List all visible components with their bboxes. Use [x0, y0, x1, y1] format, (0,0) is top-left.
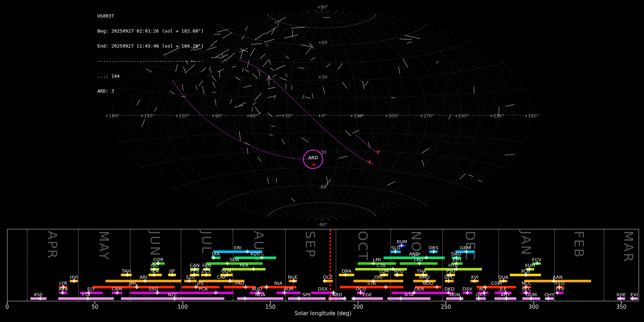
map-lon-label: +270° — [420, 113, 434, 118]
shower-label: QUA — [498, 275, 508, 280]
axis-tick-label: 100 — [177, 304, 188, 310]
peak-marker — [435, 285, 439, 289]
axis-tick-label: 0 — [5, 304, 9, 310]
shower-bar-oer — [392, 292, 447, 294]
shower-label: KCG — [250, 252, 260, 257]
shower-label: OCT — [323, 275, 333, 280]
shower-label: ARD — [332, 292, 342, 297]
map-lon-label: +0° — [318, 113, 327, 118]
shower-label: LEO — [414, 257, 423, 262]
peak-marker — [399, 297, 403, 301]
month-label: JUL — [199, 231, 214, 254]
map-lat-label: -90° — [318, 221, 328, 227]
shower-label: SCC — [522, 287, 531, 292]
shower-bar-sta — [340, 286, 403, 288]
ard-count: ARD: 3 — [97, 89, 204, 94]
shower-bar-ege — [352, 297, 383, 300]
peak-marker — [245, 250, 249, 254]
shower-label: FAN — [202, 263, 211, 268]
month-gridline — [27, 229, 28, 301]
map-lat-label: +60 — [318, 39, 327, 45]
shower-label: JLE — [500, 287, 507, 292]
shower-label: SDA — [230, 257, 239, 262]
month-gridline — [442, 229, 443, 301]
shower-label: AUD — [252, 287, 262, 292]
shower-label: KUM — [397, 239, 407, 244]
shower-label: NDA — [255, 292, 265, 297]
peak-marker — [243, 297, 247, 301]
shower-label: LMI — [373, 257, 381, 262]
shower-label: XCB — [521, 269, 530, 274]
shower-label: MON — [449, 292, 460, 297]
shower-label: SPE — [302, 292, 311, 297]
shower-label: SZC — [186, 275, 195, 280]
shower-label: JMC — [129, 281, 138, 286]
shower-label: IRC — [151, 263, 158, 268]
shower-label: AAN — [553, 275, 563, 280]
activity-chart: APRMAYJUNJULAUGSEPOCTNOVDECJANFEBMARKUME… — [7, 229, 639, 301]
shower-label: URS — [476, 292, 486, 297]
shower-label: HVI — [70, 275, 78, 280]
shower-label: ELY — [87, 287, 95, 292]
shower-bar-dsx — [311, 292, 335, 294]
month-label: OCT — [356, 231, 370, 261]
meteor-count: ...: 144 — [97, 74, 204, 79]
shower-label: DPC — [444, 275, 454, 280]
month-gridline — [336, 229, 336, 301]
shower-label: LYR — [59, 281, 67, 286]
shower-bar-aur — [277, 292, 301, 294]
shower-label: DKD — [444, 287, 455, 292]
map-lon-label: +300° — [385, 113, 399, 118]
month-label: APR — [45, 231, 60, 259]
shower-label: SSG — [149, 287, 158, 292]
session-begin: Beg: 20250927 02:01:26 (sol = 183.88°) — [97, 29, 204, 34]
shower-label: DRA — [342, 269, 351, 274]
map-lon-label: +60° — [246, 113, 258, 118]
shower-label: AHY — [501, 292, 510, 297]
shower-label: PER — [239, 263, 248, 268]
map-lon-label: +330° — [350, 113, 364, 118]
month-gridline — [78, 229, 79, 301]
shower-label: XVI — [471, 275, 479, 280]
peak-marker — [260, 256, 264, 260]
shower-bar-spe — [288, 297, 326, 300]
app-root: US003T Beg: 20250927 02:01:26 (sol = 183… — [0, 0, 644, 322]
map-lon-label: +210° — [489, 113, 504, 118]
map-lon-label: +90° — [211, 113, 223, 118]
shower-label: THA — [416, 269, 426, 274]
shower-label: ZCS — [201, 269, 211, 274]
shower-label: XUM — [525, 263, 536, 268]
peak-marker — [384, 285, 388, 289]
map-lat-label: -60 — [319, 184, 326, 190]
map-lon-label: +240° — [454, 113, 469, 118]
month-gridline — [604, 229, 604, 301]
peak-marker — [352, 297, 356, 301]
map-lat-label: +30 — [318, 74, 327, 80]
shower-label: CAP — [217, 275, 226, 280]
axis-tick-label: 350 — [616, 304, 626, 310]
shower-bar-ori — [353, 280, 403, 282]
shower-label: PPS — [190, 269, 199, 274]
shower-label: LUM — [379, 269, 389, 274]
shower-bar-kcg — [234, 257, 276, 259]
shower-label: CTA — [377, 263, 386, 268]
shower-label: GEM — [460, 245, 470, 250]
shower-label: FED — [555, 281, 565, 286]
shower-label: CAM — [112, 287, 122, 292]
shower-label: CAN — [190, 263, 200, 268]
session-end: End: 20250927 11:45:48 (sol = 184.28°) — [97, 44, 204, 49]
month-label: JUN — [148, 231, 162, 257]
map-lon-label: +120° — [175, 113, 190, 118]
shower-label: EHY — [453, 257, 462, 262]
shower-label: TAH — [122, 269, 131, 274]
shower-label: DSV — [463, 287, 472, 292]
shower-label: SLD — [391, 245, 400, 250]
ard-radiant-label: ARD — [308, 155, 318, 160]
shower-label: KSE — [34, 292, 43, 297]
peak-marker — [252, 267, 255, 271]
shower-label: PSU — [446, 269, 455, 274]
shower-label: FTA — [82, 292, 90, 297]
shower-label: ALY — [479, 287, 487, 292]
map-lat-label: +90° — [317, 4, 329, 10]
peak-marker — [228, 279, 232, 283]
